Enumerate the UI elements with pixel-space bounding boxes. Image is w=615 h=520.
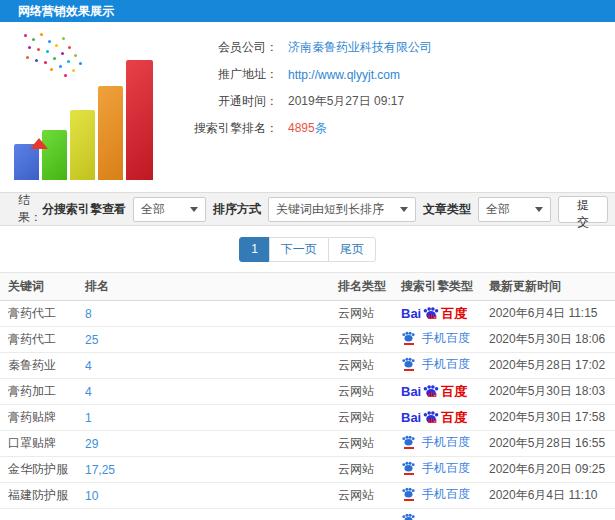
page-1-button[interactable]: 1 (239, 237, 270, 262)
rank-link[interactable]: 10 (85, 489, 98, 503)
keyword-cell: 膏药贴牌 (0, 405, 85, 431)
keyword-cell: 膏药代工 (0, 327, 85, 353)
article-type-value: 全部 (486, 201, 510, 218)
rank-link[interactable]: 17,25 (85, 463, 115, 477)
bar-red (126, 60, 153, 180)
engine-rank-unit: 条 (315, 121, 327, 135)
submit-button[interactable]: 提交 (558, 196, 608, 223)
rank-type-cell: 云网站 (338, 405, 401, 431)
engine-cell: Baidu百度 (401, 301, 489, 327)
chevron-down-icon (190, 207, 198, 212)
table-row: 金华防护服 17,25 云网站 手机百度 2020年6月20日 09:25 (0, 457, 615, 483)
chevron-down-icon (535, 207, 543, 212)
confetti-decoration (24, 34, 27, 37)
baidu-paw-icon (401, 513, 416, 520)
rank-link[interactable]: 29 (85, 437, 98, 451)
col-engine-type: 搜索引擎类型 (401, 273, 489, 301)
table-row: 口罩贴牌 29 云网站 手机百度 2020年5月28日 16:55 (0, 431, 615, 457)
pagination-bar: 1 下一页 尾页 (0, 226, 615, 272)
baidu-paw-icon (401, 331, 416, 342)
bar-orange (98, 86, 123, 180)
mobile-baidu-logo: 手机百度 (401, 487, 470, 501)
pagination-group: 1 下一页 尾页 (239, 237, 376, 262)
promo-url-label: 推广地址： (192, 66, 278, 83)
col-rank-type: 排名类型 (338, 273, 401, 301)
updated-cell: 2020年5月30日 18:06 (489, 327, 615, 353)
page-title-bar: 网络营销效果展示 (0, 0, 615, 22)
paw-underline (404, 447, 414, 449)
paw-underline (404, 499, 414, 501)
engine-filter-label: 分搜索引擎查看 (42, 201, 126, 218)
sort-filter-select[interactable]: 关键词由短到长排序 (268, 197, 416, 222)
baidu-paw-icon (401, 435, 416, 446)
mobile-baidu-logo (401, 513, 416, 520)
baidu-logo: Baidu百度 (401, 410, 467, 424)
keyword-cell: 金华防护服 (0, 457, 85, 483)
engine-cell: 手机百度 (401, 431, 489, 457)
table-row: 膏药代工 8 云网站 Baidu百度 2020年6月4日 11:15 (0, 301, 615, 327)
table-row: 膏药代工 25 云网站 手机百度 2020年5月30日 18:06 (0, 327, 615, 353)
baidu-logo: Baidu百度 (401, 306, 467, 320)
rank-link[interactable]: 1 (85, 411, 92, 425)
table-header-row: 关键词 排名 排名类型 搜索引擎类型 最新更新时间 (0, 273, 615, 301)
engine-cell: 手机百度 (401, 353, 489, 379)
article-type-label: 文章类型 (423, 201, 471, 218)
rank-link[interactable]: 4 (85, 385, 92, 399)
next-page-button[interactable]: 下一页 (269, 237, 329, 262)
col-updated: 最新更新时间 (489, 273, 615, 301)
rank-link[interactable]: 25 (85, 333, 98, 347)
engine-rank-count: 4895 (288, 121, 315, 135)
mobile-baidu-logo: 手机百度 (401, 331, 470, 345)
baidu-paw-icon (401, 461, 416, 472)
page-title: 网络营销效果展示 (18, 4, 114, 18)
table-row: 膏药加工 4 云网站 Baidu百度 2020年5月30日 18:03 (0, 379, 615, 405)
updated-cell: 2020年5月30日 17:58 (489, 405, 615, 431)
keyword-cell: 膏药加工 (0, 379, 85, 405)
keyword-cell: 秦鲁药业 (0, 353, 85, 379)
rank-link[interactable]: 4 (85, 359, 92, 373)
rank-type-cell: 云网站 (338, 431, 401, 457)
engine-cell: 手机百度 (401, 483, 489, 509)
baidu-paw-icon (401, 357, 416, 368)
table-row: 秦鲁药业 4 云网站 手机百度 2020年5月28日 17:02 (0, 353, 615, 379)
updated-cell: 2020年5月30日 18:03 (489, 379, 615, 405)
mobile-baidu-logo: 手机百度 (401, 461, 470, 475)
table-row: 福建防护服 10 云网站 手机百度 2020年6月4日 11:10 (0, 483, 615, 509)
member-company-link[interactable]: 济南秦鲁药业科技有限公司 (288, 39, 432, 56)
engine-cell: 手机百度 (401, 327, 489, 353)
member-info-section: 会员公司： 济南秦鲁药业科技有限公司 推广地址： http://www.qlyy… (0, 22, 615, 192)
article-type-select[interactable]: 全部 (478, 197, 551, 222)
mobile-baidu-logo: 手机百度 (401, 357, 470, 371)
rank-type-cell: 云网站 (338, 379, 401, 405)
results-table: 关键词 排名 排名类型 搜索引擎类型 最新更新时间 膏药代工 8 云网站 Bai… (0, 272, 615, 520)
rank-type-cell: 云网站 (338, 353, 401, 379)
member-company-label: 会员公司： (192, 39, 278, 56)
paw-underline (404, 473, 414, 475)
sort-filter-label: 排序方式 (213, 201, 261, 218)
mobile-baidu-logo: 手机百度 (401, 435, 470, 449)
paw-underline (404, 343, 414, 345)
col-keyword: 关键词 (0, 273, 85, 301)
updated-cell: 2020年5月28日 17:02 (489, 353, 615, 379)
engine-filter-select[interactable]: 全部 (133, 197, 206, 222)
updated-cell: 2020年6月4日 11:10 (489, 483, 615, 509)
promo-url-row: 推广地址： http://www.qlyyjt.com (192, 61, 432, 88)
rank-link[interactable]: 8 (85, 307, 92, 321)
rank-type-cell: 云网站 (338, 327, 401, 353)
growth-arrow-icon (30, 124, 48, 138)
open-time-label: 开通时间： (192, 93, 278, 110)
keyword-cell: 膏药代工 (0, 301, 85, 327)
engine-cell: Baidu百度 (401, 405, 489, 431)
updated-cell: 2020年6月20日 09:25 (489, 457, 615, 483)
promo-url-link[interactable]: http://www.qlyyjt.com (288, 68, 400, 82)
result-label: 结果： (18, 192, 42, 226)
col-rank: 排名 (85, 273, 338, 301)
engine-filter-value: 全部 (141, 201, 165, 218)
keyword-cell: 福建防护服 (0, 483, 85, 509)
baidu-logo: Baidu百度 (401, 384, 467, 398)
engine-rank-label: 搜索引擎排名： (192, 120, 278, 137)
engine-cell (401, 509, 489, 520)
member-company-row: 会员公司： 济南秦鲁药业科技有限公司 (192, 34, 432, 61)
chevron-down-icon (400, 207, 408, 212)
last-page-button[interactable]: 尾页 (328, 237, 376, 262)
